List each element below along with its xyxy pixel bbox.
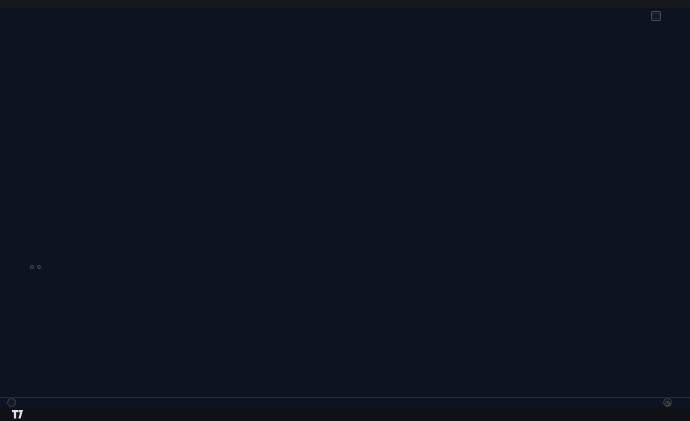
chart-canvas[interactable] bbox=[0, 8, 690, 408]
currency-scale-button[interactable] bbox=[651, 11, 661, 21]
collapse-icon[interactable] bbox=[7, 398, 16, 407]
clock-icon[interactable]: ◷ bbox=[663, 398, 672, 407]
chart-area[interactable]: ◷ bbox=[0, 8, 690, 408]
publish-info-bar bbox=[0, 0, 690, 8]
tradingview-app: ◷ bbox=[0, 0, 690, 421]
footer-bar bbox=[0, 408, 690, 421]
time-axis[interactable] bbox=[0, 397, 690, 408]
tradingview-logo-icon bbox=[12, 410, 23, 419]
